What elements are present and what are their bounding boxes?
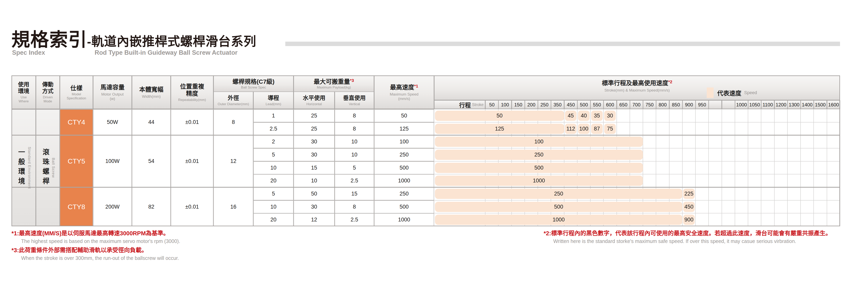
speed-bar: 1000	[435, 176, 643, 186]
speed-note-marker: *1	[414, 84, 418, 88]
header-vertical: 垂直使用 Vertical	[335, 92, 374, 109]
speed-bubble: 100	[578, 124, 590, 134]
motor-output-cell: 200W	[93, 187, 132, 226]
header-outer-diameter-en: Outer Diameter(mm)	[218, 102, 249, 106]
stroke-gridline-v	[840, 109, 840, 226]
stroke-scale-cell	[722, 100, 735, 109]
horizontal-payload-cell: 10	[293, 174, 335, 187]
header-ball-screw-spec-en: Ball Screw Spec	[241, 85, 266, 90]
speed-bubble: 900	[683, 215, 695, 225]
header-motor-output-en1: Motor Output	[101, 92, 124, 97]
motor-output-cell: 100W	[93, 135, 132, 187]
header-model-spec-en1: Model	[72, 92, 81, 96]
header-body-width-en: Width(mm)	[142, 94, 161, 99]
stroke-scale-cell: 150	[512, 100, 525, 109]
header-repeatability-zh2: 精度	[186, 90, 198, 97]
stroke-scale-cell: 550	[590, 100, 603, 109]
header-driven-mode-en: Driven Mode	[42, 95, 54, 103]
vertical-payload-cell: 8	[335, 122, 374, 135]
speed-bar: 250	[435, 189, 682, 199]
horizontal-payload-cell: 50	[293, 187, 335, 200]
header-outer-diameter: 外徑 Outer Diameter(mm)	[213, 92, 253, 109]
speed-bar: 125	[435, 124, 564, 134]
model-cell: CTY5	[60, 135, 93, 187]
vertical-payload-cell: 8	[335, 109, 374, 122]
horizontal-payload-cell: 25	[293, 122, 335, 135]
cell-drive-mode-zh: 滾珠螺桿	[41, 148, 51, 187]
vertical-payload-cell: 15	[335, 187, 374, 200]
repeatability-cell: ±0.01	[171, 135, 213, 187]
stroke-scale-cell: 1200	[774, 100, 788, 109]
cell-drive-mode: 滾珠螺桿 Ball Screw	[36, 109, 60, 226]
max-speed-cell: 500	[374, 161, 434, 174]
stroke-scale-cell: 1100	[761, 100, 774, 109]
outer-diameter-cell: 16	[213, 187, 253, 226]
header-driven-mode-zh: 傳動方式	[42, 81, 54, 95]
stroke-scale-cell: 200	[525, 100, 538, 109]
header-max-payload-zh: 最大可搬重量	[314, 78, 350, 85]
model-cell: CTY8	[60, 187, 93, 226]
stroke-gridline-h	[434, 200, 840, 201]
header-repeatability-zh1: 位置重複	[180, 83, 204, 90]
stroke-gridline-v	[708, 109, 709, 226]
header-max-speed-en2: (mm/s)	[398, 97, 410, 101]
header-stroke-en: Stroke(mm) & Maximum Speed(mm/s)	[604, 88, 670, 93]
stroke-scale-label-zh: 行程	[459, 101, 471, 109]
stroke-gridline-h	[434, 174, 840, 174]
max-speed-cell: 100	[374, 135, 434, 148]
header-max-payload: 最大可搬重量*3 Maximum Payload(kg)	[293, 75, 374, 92]
lead-cell: 20	[253, 213, 293, 226]
header-body-width-zh: 本體寬幅	[139, 86, 163, 93]
header-use-where-zh: 使用環境	[18, 81, 30, 95]
model-cell: CTY4	[60, 109, 93, 135]
horizontal-payload-cell: 30	[293, 148, 335, 161]
stroke-scale-cell: 900	[682, 100, 696, 109]
header-model-spec-zh: 仕樣	[70, 84, 83, 92]
lead-cell: 2.5	[253, 122, 293, 135]
speed-bar: 250	[435, 150, 643, 160]
stroke-scale-cell: 500	[577, 100, 591, 109]
header-horizontal: 水平使用 Horizontal	[293, 92, 335, 109]
vertical-payload-cell: 2.5	[335, 174, 374, 187]
footnote-1-en: The highest speed is based on the maximu…	[21, 239, 180, 244]
speed-legend-swatch	[707, 87, 714, 98]
header-bottom-border	[11, 109, 840, 109]
stroke-scale-cell	[709, 100, 722, 109]
horizontal-payload-cell: 12	[293, 213, 335, 226]
speed-bubble: 30	[604, 111, 616, 121]
stroke-gridline-v	[827, 109, 827, 226]
header-stroke-zh: 標準行程及最高使用速度	[602, 79, 668, 86]
header-lead: 導程 Lead(mm)	[253, 92, 293, 109]
header-model-spec-en2: Specification	[67, 96, 86, 100]
lead-cell: 10	[253, 161, 293, 174]
header-vertical-en: Vertical	[349, 102, 360, 106]
speed-bubble: 112	[565, 124, 577, 134]
footnotes-right: *2:標準行程內的黑色數字，代表該行程內可使用的最高安全速度。若超過此速度，滑台…	[544, 230, 831, 247]
speed-legend-zh: 代表速度	[717, 88, 741, 97]
horizontal-payload-cell: 30	[293, 200, 335, 213]
header-repeatability: 位置重複 精度 Repeatability(mm)	[171, 75, 213, 109]
header-motor-output-en2: (w)	[110, 97, 115, 101]
max-speed-cell: 250	[374, 148, 434, 161]
speed-legend: 代表速度 Speed	[707, 87, 757, 98]
speed-bubble: 450	[683, 202, 695, 212]
cell-environment-zh: 一般環境	[16, 148, 26, 187]
max-speed-cell: 1000	[374, 213, 434, 226]
stroke-gridline-v	[774, 109, 775, 226]
stroke-gridline-v	[787, 109, 788, 226]
stroke-gridline-h	[434, 213, 840, 213]
max-speed-cell: 125	[374, 122, 434, 135]
outer-diameter-cell: 12	[213, 135, 253, 187]
stroke-scale-cell: 350	[551, 100, 564, 109]
body-width-cell: 44	[132, 109, 171, 135]
speed-bubble: 75	[604, 124, 616, 134]
vertical-payload-cell: 10	[335, 135, 374, 148]
stroke-gridline-h	[434, 122, 840, 122]
header-model-spec: 仕樣 Model Specification	[60, 75, 93, 109]
speed-bubble: 35	[591, 111, 602, 121]
horizontal-payload-cell: 30	[293, 135, 335, 148]
group-separator	[11, 135, 840, 136]
header-motor-output: 馬達容量 Motor Output (w)	[93, 75, 132, 109]
horizontal-payload-cell: 25	[293, 109, 335, 122]
stroke-scale-cell: 750	[643, 100, 656, 109]
